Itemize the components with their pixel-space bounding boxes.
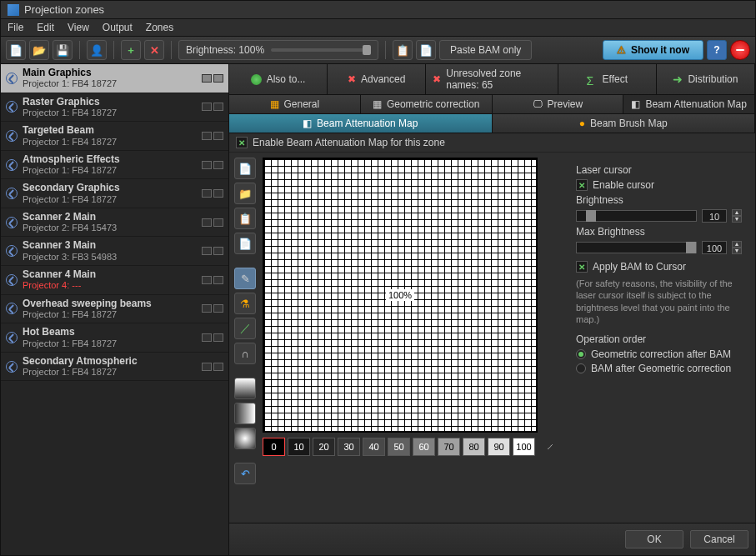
zone-projector: Projector 1: FB4 18727 xyxy=(23,367,197,378)
radio-geo-after-bam-label: Geometric correction after BAM xyxy=(591,348,731,360)
zone-item[interactable]: Main Graphics Projector 1: FB4 18727 xyxy=(1,64,228,93)
add-button[interactable]: + xyxy=(121,40,141,60)
tool-magnet[interactable]: ∩ xyxy=(234,343,256,364)
tool-brush[interactable]: ／ xyxy=(234,318,256,339)
percent-60[interactable]: 60 xyxy=(413,438,435,456)
cancel-button[interactable]: Cancel xyxy=(690,530,748,548)
menu-file[interactable]: File xyxy=(8,22,23,33)
new-button[interactable]: 📄 xyxy=(6,40,26,60)
tool-copy[interactable]: 📋 xyxy=(234,208,256,229)
subtab-brush[interactable]: ●Beam Brush Map xyxy=(493,114,756,133)
zone-name: Scanner 4 Main xyxy=(23,268,197,280)
percent-90[interactable]: 90 xyxy=(488,438,510,456)
zone-item[interactable]: Scanner 3 Main Projector 3: FB3 54983 xyxy=(1,237,228,266)
tool-new[interactable]: 📄 xyxy=(234,158,256,179)
zone-item[interactable]: Hot Beams Projector 1: FB4 18727 xyxy=(1,323,228,353)
tool-pencil[interactable]: ✎ xyxy=(234,268,256,289)
right-panel: Also to... ✖Advanced ✖Unresolved zone na… xyxy=(229,64,755,555)
enable-cursor-checkbox[interactable] xyxy=(576,179,588,191)
tool-grad1[interactable] xyxy=(234,378,256,399)
tab-effect[interactable]: ΣEffect xyxy=(558,64,657,94)
tool-radial[interactable] xyxy=(234,428,256,449)
percent-10[interactable]: 10 xyxy=(288,438,310,456)
tab-unresolved[interactable]: ✖Unresolved zone names: 65 xyxy=(426,64,558,94)
subtab-bam[interactable]: ◧Beam Attenuation Map xyxy=(229,114,493,133)
zone-preview-boxes xyxy=(202,276,223,284)
tool-open[interactable]: 📁 xyxy=(234,183,256,204)
percent-20[interactable]: 20 xyxy=(313,438,335,456)
tab-advanced[interactable]: ✖Advanced xyxy=(328,64,426,94)
delete-button[interactable]: ✕ xyxy=(144,40,164,60)
zone-item[interactable]: Raster Graphics Projector 1: FB4 18727 xyxy=(1,93,228,123)
zone-item[interactable]: Secondary Graphics Projector 1: FB4 1872… xyxy=(1,179,228,208)
zone-status-icon xyxy=(6,361,18,373)
tab-preview[interactable]: 🖵Preview xyxy=(493,95,624,113)
save-button[interactable]: 💾 xyxy=(53,40,73,60)
enable-bam-checkbox[interactable] xyxy=(236,137,248,148)
menu-output[interactable]: Output xyxy=(103,22,133,33)
cursor-brightness-slider[interactable] xyxy=(576,210,697,222)
percent-100[interactable]: 100 xyxy=(513,438,535,456)
copy-button[interactable]: 📋 xyxy=(393,40,413,60)
eyedropper-icon[interactable]: ⟋ xyxy=(543,439,558,454)
close-button[interactable] xyxy=(730,40,750,60)
max-brightness-spinner[interactable]: ▲▼ xyxy=(732,241,742,254)
open-button[interactable]: 📂 xyxy=(29,40,49,60)
menu-zones[interactable]: Zones xyxy=(146,22,173,33)
tab-also-to[interactable]: Also to... xyxy=(229,64,328,94)
max-brightness-value[interactable]: 100 xyxy=(702,241,727,254)
tool-grad2[interactable] xyxy=(234,403,256,424)
bam-grid[interactable]: 100% xyxy=(263,158,538,433)
apply-bam-checkbox[interactable] xyxy=(576,261,588,273)
zone-item[interactable]: Targeted Beam Projector 1: FB4 18727 xyxy=(1,122,228,151)
brightness-control[interactable]: Brightness: 100% xyxy=(178,40,378,60)
zone-item[interactable]: Secondary Atmospheric Projector 1: FB4 1… xyxy=(1,353,228,382)
zone-preview-boxes xyxy=(202,363,223,371)
zone-name: Targeted Beam xyxy=(23,124,197,136)
cursor-brightness-spinner[interactable]: ▲▼ xyxy=(732,209,742,223)
help-button[interactable]: ? xyxy=(707,40,727,60)
percent-50[interactable]: 50 xyxy=(388,438,410,456)
tool-spray[interactable]: ⚗ xyxy=(234,293,256,314)
tab-geo[interactable]: ▦Geometric correction xyxy=(361,95,493,113)
zone-name: Scanner 3 Main xyxy=(23,239,197,251)
menu-edit[interactable]: Edit xyxy=(37,22,54,33)
window-title: Projection zones xyxy=(24,3,104,16)
ok-button[interactable]: OK xyxy=(625,530,683,548)
zone-item[interactable]: Overhead sweeping beams Projector 1: FB4… xyxy=(1,295,228,324)
percent-30[interactable]: 30 xyxy=(338,438,360,456)
zone-preview-boxes xyxy=(202,74,223,83)
paste-icon-button[interactable]: 📄 xyxy=(416,40,436,60)
percent-0[interactable]: 0 xyxy=(263,438,285,456)
tab-general[interactable]: ▦General xyxy=(229,95,361,113)
grid-center-label: 100% xyxy=(386,289,414,301)
zone-item[interactable]: Scanner 2 Main Projector 2: FB4 15473 xyxy=(1,208,228,238)
menu-view[interactable]: View xyxy=(68,22,89,33)
laser-cursor-heading: Laser cursor xyxy=(576,164,742,176)
tool-paste[interactable]: 📄 xyxy=(234,233,256,254)
show-it-now-button[interactable]: Show it now xyxy=(603,40,703,60)
percent-40[interactable]: 40 xyxy=(363,438,385,456)
tab-bam[interactable]: ◧Beam Attenuation Map xyxy=(623,95,755,113)
brightness-label: Brightness: 100% xyxy=(186,44,264,56)
apply-bam-label: Apply BAM to Cursor xyxy=(593,261,686,273)
dialog-footer: OK Cancel xyxy=(229,523,755,555)
zone-projector: Projector 2: FB4 15473 xyxy=(23,223,197,233)
cursor-brightness-value[interactable]: 10 xyxy=(702,209,727,223)
zone-list[interactable]: Main Graphics Projector 1: FB4 18727 Ras… xyxy=(1,64,229,555)
radio-geo-after-bam[interactable] xyxy=(576,349,586,359)
paste-bam-button[interactable]: Paste BAM only xyxy=(439,40,532,60)
tool-undo[interactable]: ↶ xyxy=(234,463,256,484)
max-brightness-slider[interactable] xyxy=(576,242,697,253)
user-button[interactable]: 👤 xyxy=(87,40,107,60)
radio-bam-after-geo[interactable] xyxy=(576,363,586,373)
zone-name: Main Graphics xyxy=(23,67,197,78)
percent-70[interactable]: 70 xyxy=(438,438,460,456)
zone-item[interactable]: Scanner 4 Main Projector 4: --- xyxy=(1,266,228,295)
tab-distribution[interactable]: ➜Distribution xyxy=(657,64,755,94)
brightness-slider[interactable] xyxy=(271,48,371,52)
zone-name: Raster Graphics xyxy=(23,96,197,108)
percent-80[interactable]: 80 xyxy=(463,438,485,456)
zone-item[interactable]: Atmospheric Effects Projector 1: FB4 187… xyxy=(1,151,228,180)
zone-status-icon xyxy=(6,245,18,257)
